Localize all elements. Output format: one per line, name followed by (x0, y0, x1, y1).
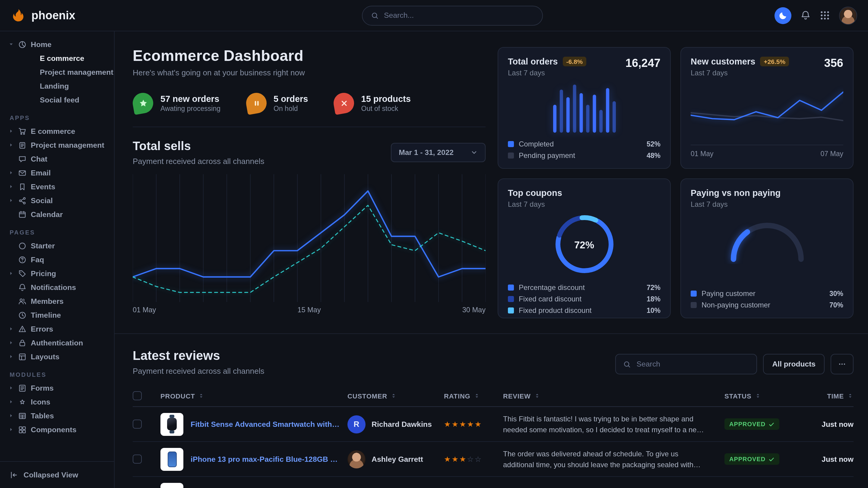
components-icon (18, 425, 27, 434)
sidebar-section-title-apps: APPS (0, 107, 114, 124)
topbar-search[interactable] (362, 5, 542, 25)
sidebar-item-label: E commerce (31, 127, 75, 135)
sidebar-item-label: Members (31, 297, 64, 305)
legend-swatch (508, 296, 514, 302)
star-icon: ★ (444, 420, 452, 429)
legend-swatch (691, 290, 697, 296)
sort-icon[interactable] (754, 392, 761, 399)
sidebar-item-tables[interactable]: Tables (0, 409, 114, 423)
sidebar-item-faq[interactable]: Faq (0, 253, 114, 266)
more-options-button[interactable] (831, 354, 854, 375)
caret-right-icon (8, 184, 14, 189)
bell-icon[interactable] (801, 10, 811, 21)
sidebar-item-timeline[interactable]: Timeline (0, 308, 114, 322)
column-header-product[interactable]: PRODUCT (160, 392, 340, 399)
sidebar-item-landing[interactable]: Landing (0, 79, 114, 93)
sidebar-item-errors[interactable]: Errors (0, 322, 114, 336)
star-icon: ★ (459, 455, 467, 464)
sidebar-item-starter[interactable]: Starter (0, 239, 114, 253)
card-title: Top coupons (508, 188, 562, 198)
all-products-button[interactable]: All products (763, 354, 825, 375)
stat-caption: Out of stock (361, 105, 411, 112)
collapsed-view-button[interactable]: Collapsed View (0, 461, 114, 488)
reviews-table-body: Fitbit Sense Advanced Smartwatch with To… (133, 407, 854, 488)
sidebar-item-layouts[interactable]: Layouts (0, 350, 114, 363)
sidebar-item-authentication[interactable]: Authentication (0, 336, 114, 350)
status-cell: APPROVED (724, 453, 796, 465)
product-link[interactable]: iPhone 13 pro max-Pacific Blue-128GB sto… (191, 455, 340, 463)
sidebar-item-calendar[interactable]: Calendar (0, 207, 114, 221)
legend-label: Fixed product discount (519, 306, 591, 314)
sort-icon[interactable] (198, 392, 205, 399)
sidebar-item-label: Project management (31, 141, 104, 149)
sidebar-item-members[interactable]: Members (0, 294, 114, 308)
sidebar-item-home[interactable]: Home (0, 37, 114, 51)
customer-cell[interactable]: Ashley Garrett (347, 450, 437, 468)
caret-down-icon (8, 42, 14, 47)
user-avatar[interactable] (839, 6, 857, 24)
sidebar-item-icons[interactable]: Icons (0, 395, 114, 409)
sidebar-item-social[interactable]: Social (0, 194, 114, 207)
main-content: Ecommerce Dashboard Here's what's going … (115, 31, 868, 488)
sidebar-item-social-feed[interactable]: Social feed (0, 93, 114, 107)
form-icon (18, 384, 27, 392)
column-header-status[interactable]: STATUS (724, 392, 796, 399)
sidebar-item-email[interactable]: Email (0, 166, 114, 180)
paying-card: Paying vs non paying Last 7 days Paying … (680, 178, 854, 318)
reviews-search[interactable] (616, 354, 757, 375)
sort-icon[interactable] (534, 392, 540, 399)
topbar-actions (775, 6, 857, 24)
sidebar-item-e-commerce[interactable]: E commerce (0, 124, 114, 138)
brand[interactable]: phoenix (11, 8, 75, 23)
stat-awating-processing: 57 new ordersAwating processing (133, 93, 220, 113)
sidebar-item-forms[interactable]: Forms (0, 381, 114, 395)
date-range-select[interactable]: Mar 1 - 31, 2022 (391, 143, 486, 162)
product-link[interactable]: Fitbit Sense Advanced Smartwatch with To… (191, 420, 340, 428)
sidebar-section-title-modules: MODULES (0, 363, 114, 381)
sidebar-item-pricing[interactable]: Pricing (0, 266, 114, 280)
search-input[interactable] (384, 11, 533, 20)
caret-right-icon (8, 271, 14, 276)
sidebar-item-label: Calendar (31, 210, 63, 219)
sort-icon[interactable] (847, 392, 854, 399)
sort-icon[interactable] (390, 392, 397, 399)
row-checkbox[interactable] (133, 455, 142, 464)
sort-icon[interactable] (473, 392, 480, 399)
sidebar-item-chat[interactable]: Chat (0, 152, 114, 166)
sidebar-item-events[interactable]: Events (0, 180, 114, 194)
sidebar-item-components[interactable]: Components (0, 423, 114, 436)
legend-label: Completed (519, 139, 554, 148)
search-icon (623, 360, 631, 368)
theme-toggle-button[interactable] (775, 7, 792, 24)
product-image (160, 448, 183, 470)
column-header-rating[interactable]: RATING (444, 392, 496, 399)
column-header-time[interactable]: TIME (803, 392, 854, 399)
product-image (160, 413, 183, 435)
column-header-review[interactable]: REVIEW (503, 392, 717, 399)
review-time: Just now (803, 420, 854, 428)
sidebar-item-project-management[interactable]: Project management (0, 138, 114, 152)
customer-name: Richard Dawkins (372, 420, 432, 428)
status-badge: APPROVED (724, 418, 779, 430)
sidebar-item-e-commerce[interactable]: E commerce (0, 51, 114, 65)
star-icon: ★ (475, 420, 482, 429)
product-cell: Fitbit Sense Advanced Smartwatch with To… (160, 413, 340, 435)
customer-cell[interactable]: RRichard Dawkins (347, 415, 437, 433)
x-label-start: 01 May (133, 306, 156, 314)
select-all-checkbox[interactable] (133, 391, 142, 400)
sidebar-item-label: Layouts (31, 352, 59, 361)
legend-label: Paying customer (702, 289, 755, 297)
sidebar-item-label: Authentication (31, 338, 83, 347)
column-header-customer[interactable]: CUSTOMER (347, 392, 437, 399)
apps-grid-icon[interactable] (820, 10, 830, 21)
sidebar-item-project-management[interactable]: Project management (0, 65, 114, 79)
reviews-search-input[interactable] (637, 360, 749, 368)
sidebar-item-notifications[interactable]: Notifications (0, 280, 114, 294)
legend-label: Percentage discount (519, 283, 585, 291)
legend-swatch (508, 141, 514, 147)
x-axis-labels: 01 May 15 May 30 May (133, 306, 486, 314)
legend-label: Non-paying customer (702, 300, 770, 309)
rating-stars: ★★★☆☆ (444, 455, 496, 464)
row-checkbox[interactable] (133, 420, 142, 429)
cart-icon (18, 127, 27, 135)
